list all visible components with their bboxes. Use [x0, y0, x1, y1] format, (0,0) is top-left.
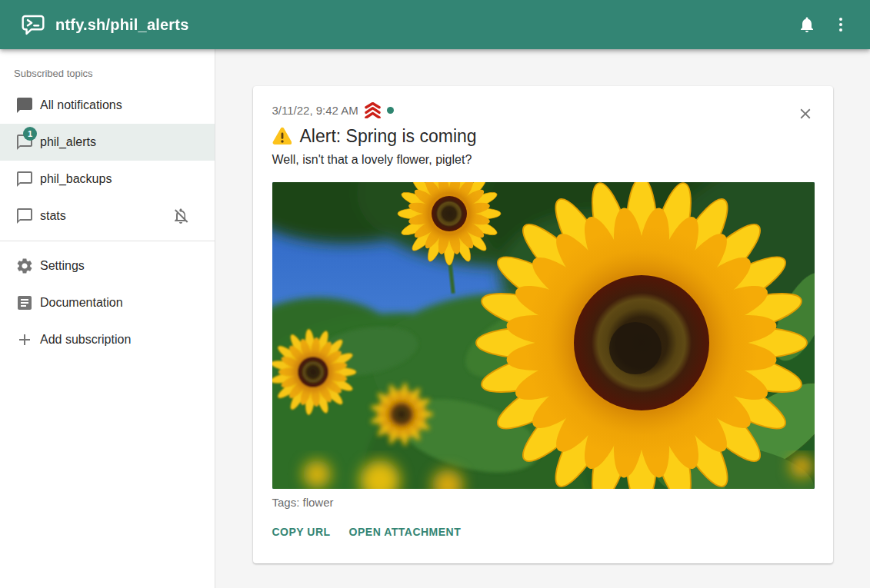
notifications-off-icon	[172, 207, 190, 225]
sidebar-item-add-subscription[interactable]: Add subscription	[0, 321, 215, 358]
gear-icon	[15, 257, 34, 275]
priority-max-icon	[364, 102, 382, 118]
sidebar: Subscribed topics All notifications 1 ph…	[0, 49, 215, 588]
plus-icon	[15, 331, 34, 349]
sidebar-item-label: phil_alerts	[40, 135, 202, 149]
attachment-image[interactable]	[272, 182, 815, 489]
overflow-menu-button[interactable]	[824, 8, 858, 42]
sidebar-item-phil-alerts[interactable]: 1 phil_alerts	[0, 124, 215, 161]
app-bar: ntfy.sh/phil_alerts	[0, 0, 870, 49]
unread-count-badge: 1	[23, 127, 37, 141]
notification-card: 3/11/22, 9:42 AM	[253, 86, 833, 563]
sidebar-item-label: Settings	[40, 259, 202, 273]
page-title: ntfy.sh/phil_alerts	[55, 16, 188, 34]
sidebar-item-label: All notifications	[40, 98, 202, 112]
subscribed-topics-label: Subscribed topics	[0, 57, 215, 87]
close-x-icon	[797, 105, 814, 122]
sidebar-item-settings[interactable]: Settings	[0, 247, 215, 284]
sidebar-item-phil-backups[interactable]: phil_backups	[0, 161, 215, 198]
ntfy-logo-icon	[22, 15, 45, 35]
notification-title: Alert: Spring is coming	[300, 125, 477, 148]
sidebar-item-documentation[interactable]: Documentation	[0, 284, 215, 321]
notifications-bell-button[interactable]	[790, 8, 824, 42]
sidebar-divider	[0, 241, 215, 241]
notification-timestamp: 3/11/22, 9:42 AM	[272, 104, 358, 117]
article-icon	[15, 294, 34, 312]
sidebar-item-all-notifications[interactable]: All notifications	[0, 87, 215, 124]
notification-title-row: Alert: Spring is coming	[272, 125, 814, 148]
kebab-menu-icon	[832, 15, 850, 34]
sidebar-item-label: Documentation	[40, 296, 202, 310]
chat-bubble-filled-icon	[15, 96, 34, 115]
copy-url-button[interactable]: COPY URL	[272, 521, 331, 543]
sidebar-item-stats[interactable]: stats	[0, 198, 215, 234]
unread-dot	[387, 107, 394, 114]
sidebar-item-label: phil_backups	[40, 172, 202, 186]
sidebar-item-label: Add subscription	[40, 333, 202, 347]
chat-bubble-outline-icon	[15, 207, 34, 225]
main-content: 3/11/22, 9:42 AM	[215, 49, 870, 588]
notification-meta-row: 3/11/22, 9:42 AM	[272, 101, 814, 118]
notifications-icon	[798, 15, 816, 34]
notification-body: Well, isn't that a lovely flower, piglet…	[272, 151, 814, 168]
close-notification-button[interactable]	[792, 100, 819, 128]
notification-actions: COPY URL OPEN ATTACHMENT	[272, 521, 814, 543]
warning-triangle-icon	[272, 127, 292, 145]
open-attachment-button[interactable]: OPEN ATTACHMENT	[349, 521, 462, 543]
ntfy-app: ntfy.sh/phil_alerts Subscribed topics Al…	[0, 0, 870, 588]
notification-tags: Tags: flower	[272, 496, 814, 509]
chat-bubble-outline-icon	[15, 170, 34, 188]
